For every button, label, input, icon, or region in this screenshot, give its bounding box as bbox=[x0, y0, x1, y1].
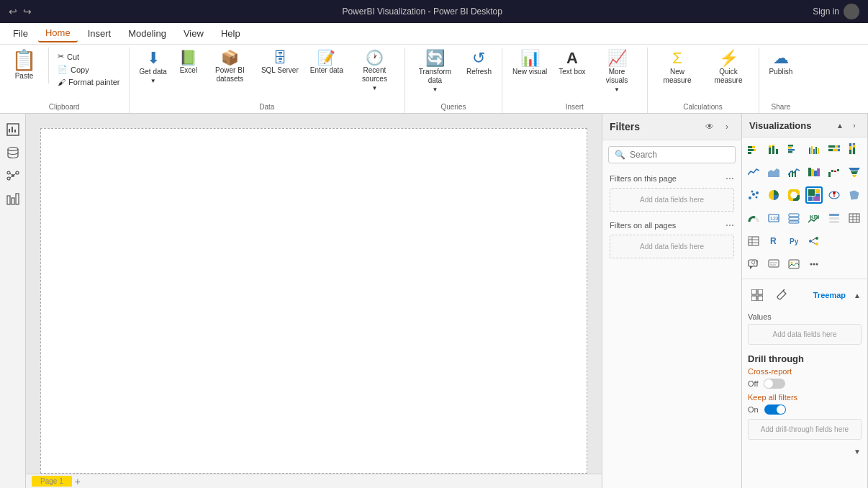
viz-narrative[interactable] bbox=[765, 256, 782, 273]
viz-clustered-col[interactable] bbox=[805, 140, 823, 158]
canvas[interactable]: Page 1 + bbox=[26, 114, 602, 488]
filters-on-page-menu[interactable]: ⋯ bbox=[725, 173, 734, 184]
sidebar-icon-report[interactable] bbox=[3, 119, 23, 140]
viz-kpi[interactable]: KPI bbox=[805, 209, 823, 227]
svg-text:Q?: Q? bbox=[751, 260, 758, 266]
text-box-button[interactable]: A Text box bbox=[554, 48, 589, 79]
sidebar-icon-model[interactable] bbox=[3, 166, 23, 186]
more-visuals-button[interactable]: 📈 More visuals ▼ bbox=[593, 48, 641, 96]
svg-rect-25 bbox=[788, 145, 793, 147]
viz-r-visual[interactable]: R bbox=[765, 232, 782, 250]
viz-multi-row-card[interactable] bbox=[785, 209, 803, 227]
viz-waterfall[interactable] bbox=[826, 163, 843, 181]
viz-clustered-bar[interactable] bbox=[785, 140, 803, 158]
svg-rect-121 bbox=[758, 289, 763, 294]
viz-image[interactable] bbox=[785, 256, 803, 273]
sql-server-button[interactable]: 🗄 SQL Server bbox=[257, 48, 303, 78]
cross-report-toggle[interactable] bbox=[764, 379, 785, 389]
viz-table[interactable] bbox=[846, 209, 863, 227]
viz-funnel[interactable] bbox=[846, 163, 863, 181]
viz-decomp-tree[interactable] bbox=[805, 232, 823, 250]
new-visual-button[interactable]: 📊 New visual bbox=[508, 48, 551, 79]
viz-scroll-up[interactable]: ▲ bbox=[834, 119, 846, 131]
menu-insert[interactable]: Insert bbox=[81, 25, 119, 42]
sidebar-icon-data[interactable] bbox=[3, 143, 23, 163]
viz-expand-btn[interactable]: › bbox=[849, 119, 860, 131]
sign-in-label[interactable]: Sign in bbox=[813, 6, 839, 17]
viz-line-clustered[interactable] bbox=[785, 163, 803, 181]
filters-on-all-menu[interactable]: ⋯ bbox=[725, 220, 734, 230]
keep-filters-toggle[interactable] bbox=[764, 405, 786, 415]
cut-button[interactable]: ✂ Cut bbox=[55, 50, 123, 63]
svg-marker-62 bbox=[849, 168, 860, 171]
svg-rect-53 bbox=[795, 171, 796, 177]
viz-more[interactable] bbox=[805, 256, 823, 273]
canvas-inner[interactable] bbox=[40, 128, 587, 474]
viz-slicer[interactable] bbox=[826, 209, 843, 227]
viz-format-grid-btn[interactable] bbox=[746, 285, 768, 305]
viz-stacked-bar[interactable] bbox=[745, 140, 762, 158]
format-painter-button[interactable]: 🖌 Format painter bbox=[55, 76, 123, 88]
add-page-button[interactable]: + bbox=[75, 476, 81, 487]
viz-scroll-up-2[interactable]: ▲ bbox=[851, 289, 863, 301]
viz-stacked-col[interactable] bbox=[765, 140, 782, 158]
powerbi-datasets-button[interactable]: 📦 Power BI datasets bbox=[206, 48, 254, 86]
excel-button[interactable]: 📗 Excel bbox=[174, 48, 203, 78]
redo-icon[interactable]: ↪ bbox=[23, 6, 32, 17]
excel-icon: 📗 bbox=[179, 50, 197, 65]
menu-help[interactable]: Help bbox=[214, 25, 248, 42]
viz-qa[interactable]: Q? bbox=[745, 256, 762, 273]
viz-area[interactable] bbox=[765, 163, 782, 181]
ribbon-clipboard: 📋 Paste ✂ Cut 📄 Copy 🖌 Format painter bbox=[0, 48, 130, 113]
svg-rect-120 bbox=[751, 289, 756, 294]
enter-data-button[interactable]: 📝 Enter data bbox=[306, 48, 348, 78]
paste-button[interactable]: 📋 Paste bbox=[6, 48, 42, 83]
viz-card[interactable]: 123 bbox=[765, 209, 782, 227]
filters-hide-button[interactable]: 👁 bbox=[702, 119, 717, 134]
publish-button[interactable]: ☁ Publish bbox=[765, 48, 797, 79]
viz-treemap[interactable] bbox=[805, 186, 823, 204]
canvas-bottom-bar: Page 1 + bbox=[26, 474, 602, 488]
viz-gauge[interactable] bbox=[745, 209, 762, 227]
new-measure-button[interactable]: Σ New measure bbox=[654, 48, 702, 88]
menu-home[interactable]: Home bbox=[38, 24, 78, 42]
undo-icon[interactable]: ↩ bbox=[9, 6, 17, 17]
viz-python[interactable]: Py bbox=[785, 232, 803, 250]
svg-rect-59 bbox=[831, 170, 833, 172]
viz-100pct-bar[interactable] bbox=[826, 140, 843, 158]
viz-filled-map[interactable] bbox=[846, 186, 863, 204]
viz-map[interactable] bbox=[826, 186, 843, 204]
viz-100pct-col[interactable] bbox=[846, 140, 863, 158]
filters-on-page-title: Filters on this page bbox=[610, 174, 677, 183]
viz-scatter[interactable] bbox=[745, 186, 762, 204]
avatar[interactable] bbox=[844, 4, 859, 19]
recent-sources-button[interactable]: 🕐 Recent sources ▼ bbox=[351, 48, 399, 94]
sidebar-icon-analytics[interactable] bbox=[3, 189, 23, 209]
svg-point-65 bbox=[749, 196, 751, 199]
transform-data-button[interactable]: 🔄 Transform data ▼ bbox=[411, 48, 459, 96]
menu-modeling[interactable]: Modeling bbox=[121, 25, 173, 42]
get-data-button[interactable]: ⬇ Get data ▼ bbox=[135, 48, 171, 87]
page-tab[interactable]: Page 1 bbox=[32, 476, 72, 487]
refresh-button[interactable]: ↺ Refresh bbox=[462, 48, 496, 79]
share-label: Share bbox=[765, 101, 797, 113]
svg-rect-37 bbox=[838, 145, 840, 148]
viz-line[interactable] bbox=[745, 163, 762, 181]
viz-donut[interactable] bbox=[785, 186, 803, 204]
filters-search-input[interactable] bbox=[630, 150, 738, 160]
viz-scroll-down[interactable]: ▼ bbox=[851, 446, 863, 457]
viz-pie[interactable] bbox=[765, 186, 782, 204]
svg-point-7 bbox=[16, 171, 19, 174]
filters-expand-button[interactable]: › bbox=[720, 119, 734, 134]
viz-ribbon[interactable] bbox=[805, 163, 823, 181]
svg-rect-31 bbox=[813, 149, 815, 154]
menu-file[interactable]: File bbox=[6, 25, 35, 42]
svg-rect-14 bbox=[16, 194, 19, 204]
quick-measure-button[interactable]: ⚡ Quick measure bbox=[705, 48, 753, 88]
format-painter-icon: 🖌 bbox=[58, 78, 65, 86]
menu-view[interactable]: View bbox=[176, 25, 211, 42]
viz-format-brush-btn[interactable] bbox=[771, 285, 792, 305]
viz-matrix[interactable] bbox=[745, 232, 762, 250]
svg-rect-43 bbox=[849, 150, 851, 154]
copy-button[interactable]: 📄 Copy bbox=[55, 63, 123, 76]
